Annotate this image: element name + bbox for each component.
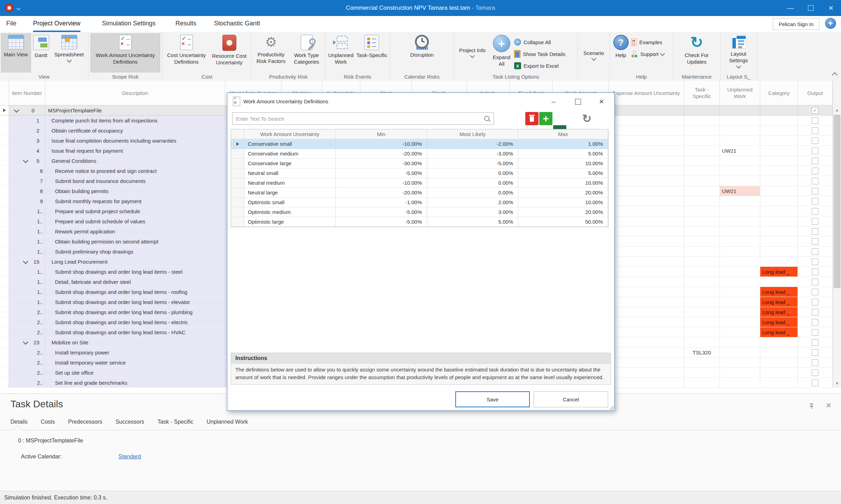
layout-settings-button[interactable]: Layout Settings [722, 33, 755, 72]
cell-unplanned-work[interactable] [720, 166, 760, 176]
cell-description[interactable]: Obtain certificate of occupancy [45, 126, 225, 136]
output-checkbox[interactable] [812, 309, 818, 315]
cell-output[interactable] [798, 287, 833, 297]
cell-unplanned-work[interactable] [720, 136, 760, 146]
cell-expense-amount-uncertainty[interactable] [609, 176, 684, 186]
main-view-button[interactable]: Main View [1, 33, 31, 72]
output-checkbox[interactable] [812, 379, 818, 386]
cell-category[interactable] [760, 105, 798, 115]
cell-output[interactable] [798, 378, 833, 388]
cell-description[interactable]: Set up site office [45, 368, 225, 378]
cell-description[interactable]: Mobilize on Site [45, 337, 225, 347]
tab-project-overview[interactable]: Project Overview [33, 16, 80, 32]
cell-expense-amount-uncertainty[interactable] [609, 257, 684, 267]
cell-output[interactable] [798, 337, 833, 347]
cell-description[interactable]: MSProjectTemplateFile [45, 105, 225, 115]
cell-item-number[interactable]: 2.. [9, 327, 45, 337]
column-header-description[interactable]: Description [45, 81, 225, 105]
dialog-maximize-button[interactable] [573, 97, 582, 106]
cell-task-specific[interactable] [684, 378, 720, 388]
cell-min[interactable]: -5.00% [336, 217, 427, 227]
cell-expense-amount-uncertainty[interactable] [609, 216, 684, 226]
cell-item-number[interactable]: 6 [9, 166, 45, 176]
uncertainty-row[interactable]: Conservative medium-20.00%-3.00%5.00% [231, 149, 608, 159]
output-checkbox[interactable] [812, 137, 818, 144]
cell-category[interactable] [760, 247, 798, 257]
tab-file[interactable]: File [6, 16, 16, 31]
cell-category[interactable]: Long lead _ [760, 327, 798, 337]
cell-category[interactable] [760, 136, 798, 146]
cell-item-number[interactable]: 2.. [9, 368, 45, 378]
cell-expense-amount-uncertainty[interactable] [609, 337, 684, 347]
cell-item-number[interactable]: 3 [9, 136, 45, 146]
cell-output[interactable] [798, 136, 833, 146]
cell-unplanned-work[interactable] [720, 277, 760, 287]
cell-output[interactable] [798, 115, 833, 126]
cell-description[interactable]: Install temporary water service [45, 358, 225, 368]
cell-description[interactable]: Submit shop drawings and order long lead… [45, 287, 225, 297]
cell-output[interactable] [798, 196, 833, 206]
cell-task-specific[interactable] [684, 115, 720, 126]
output-checkbox[interactable]: ✓ [812, 107, 818, 114]
collapse-ribbon-icon[interactable] [832, 72, 838, 78]
cell-output[interactable] [798, 206, 833, 216]
cell-category[interactable] [760, 216, 798, 226]
cell-category[interactable]: Long lead _ [760, 297, 798, 307]
cell-most-likely[interactable]: 3.00% [427, 207, 518, 217]
cell-task-specific[interactable] [684, 267, 720, 277]
cell-task-specific[interactable] [684, 337, 720, 347]
cell-description[interactable]: Prepare and submit schedule of values [45, 216, 225, 226]
cell-category[interactable]: Long lead _ [760, 317, 798, 327]
cell-unplanned-work[interactable] [720, 297, 760, 307]
cell-item-number[interactable]: 5 [9, 156, 45, 166]
delete-icon[interactable] [525, 112, 539, 125]
cell-expense-amount-uncertainty[interactable] [609, 126, 684, 136]
output-checkbox[interactable] [812, 369, 818, 376]
uncertainty-row[interactable]: Neutral large-20.00%0.00%20.00% [231, 188, 608, 198]
cell-min[interactable]: -10.00% [336, 178, 427, 188]
scroll-down-icon[interactable]: ▼ [833, 379, 841, 387]
cell-task-specific[interactable] [684, 105, 720, 115]
cell-unplanned-work[interactable] [720, 126, 760, 136]
cell-item-number[interactable]: 4 [9, 146, 45, 156]
cell-unplanned-work[interactable] [720, 337, 760, 347]
cell-item-number[interactable]: 1.. [9, 237, 45, 247]
cell-min[interactable]: -20.00% [336, 149, 427, 159]
task-specific-button[interactable]: Task-Specific [355, 33, 388, 72]
uncertainty-row[interactable]: Optimistic large-5.00%5.00%50.00% [231, 217, 608, 227]
cell-most-likely[interactable]: 0.00% [427, 188, 518, 198]
cell-item-number[interactable]: 2 [9, 126, 45, 136]
cell-task-specific[interactable] [684, 287, 720, 297]
cell-expense-amount-uncertainty[interactable] [609, 297, 684, 307]
output-checkbox[interactable] [812, 329, 818, 336]
cell-min[interactable]: -1.00% [336, 198, 427, 207]
tab-simulation-settings[interactable]: Simulation Settings [102, 16, 156, 31]
cell-output[interactable] [798, 307, 833, 317]
cell-max[interactable]: 10.00% [518, 178, 608, 188]
output-checkbox[interactable] [812, 248, 818, 255]
cell-task-specific[interactable] [684, 196, 720, 206]
output-checkbox[interactable] [812, 228, 818, 235]
cell-expense-amount-uncertainty[interactable] [609, 156, 684, 166]
cell-item-number[interactable]: 23 [9, 337, 45, 347]
cell-unplanned-work[interactable] [720, 267, 760, 277]
cell-most-likely[interactable]: 5.00% [427, 217, 518, 227]
cell-unplanned-work[interactable] [720, 327, 760, 337]
output-checkbox[interactable] [812, 289, 818, 295]
cell-expense-amount-uncertainty[interactable] [609, 347, 684, 358]
vertical-scrollbar[interactable]: ▲ ▼ [833, 81, 841, 388]
cell-category[interactable] [760, 156, 798, 166]
cell-output[interactable] [798, 327, 833, 337]
cell-item-number[interactable]: 1.. [9, 287, 45, 297]
cell-expense-amount-uncertainty[interactable] [609, 378, 684, 388]
panel-tab-task-specific[interactable]: Task - Specific [157, 419, 193, 429]
output-checkbox[interactable] [812, 198, 818, 205]
cell-unplanned-work[interactable] [720, 347, 760, 358]
cell-expense-amount-uncertainty[interactable] [609, 136, 684, 146]
cell-description[interactable]: Receive notice to proceed and sign contr… [45, 166, 225, 176]
output-checkbox[interactable] [812, 127, 818, 134]
cell-description[interactable]: Rework permit application [45, 226, 225, 237]
scrollbar-thumb[interactable] [834, 115, 840, 288]
resize-grip-icon[interactable] [609, 405, 614, 410]
cell-unplanned-work[interactable] [720, 156, 760, 166]
